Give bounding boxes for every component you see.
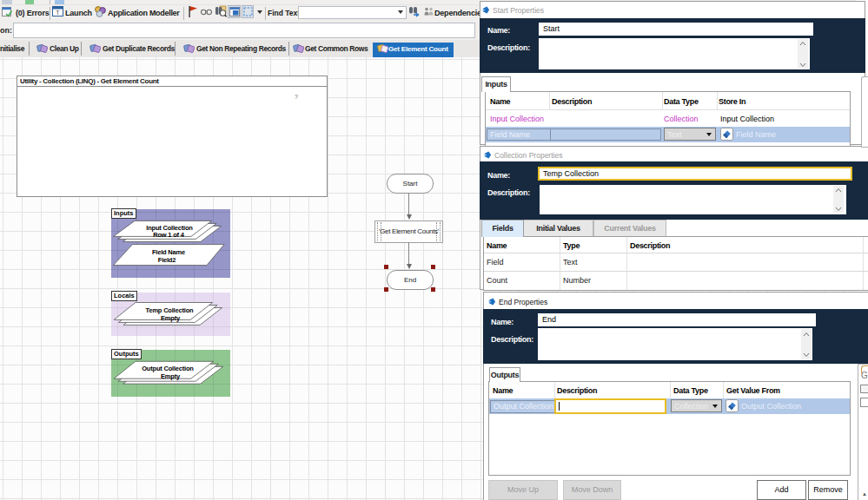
svg-text:T: T (56, 10, 60, 16)
svg-text:Field Name: Field Name (152, 248, 185, 256)
svg-text:Field2: Field2 (158, 256, 176, 264)
svg-text:Output Collection: Output Collection (142, 365, 194, 372)
svg-text:Row 1 of 4: Row 1 of 4 (153, 231, 185, 239)
svg-text:Temp Collection: Temp Collection (146, 306, 194, 314)
svg-text:Empty: Empty (161, 372, 181, 380)
svg-text:Empty: Empty (161, 314, 181, 322)
